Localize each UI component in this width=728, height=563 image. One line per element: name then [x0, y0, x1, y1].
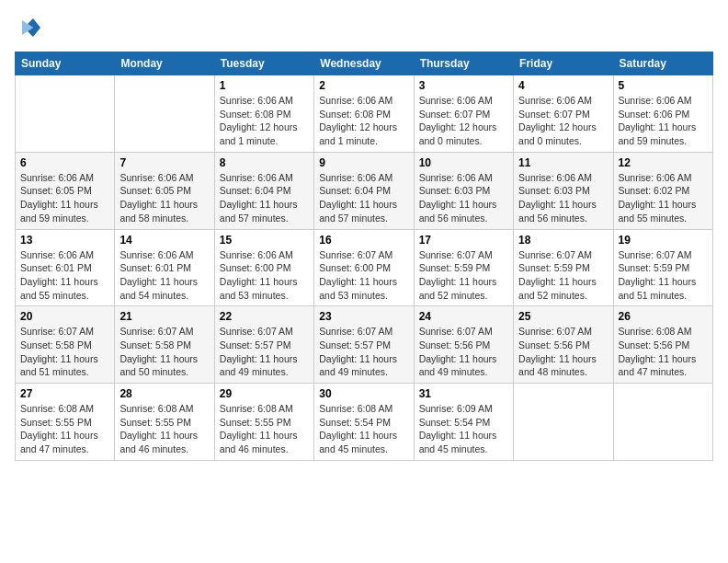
calendar-week-5: 27Sunrise: 6:08 AM Sunset: 5:55 PM Dayli… [16, 384, 713, 461]
calendar-cell: 13Sunrise: 6:06 AM Sunset: 6:01 PM Dayli… [16, 229, 115, 306]
day-info: Sunrise: 6:06 AM Sunset: 6:07 PM Dayligh… [518, 94, 608, 148]
day-info: Sunrise: 6:07 AM Sunset: 5:59 PM Dayligh… [619, 248, 708, 303]
day-info: Sunrise: 6:06 AM Sunset: 6:06 PM Dayligh… [619, 94, 708, 148]
day-info: Sunrise: 6:07 AM Sunset: 5:59 PM Dayligh… [518, 248, 608, 303]
calendar-cell: 5Sunrise: 6:06 AM Sunset: 6:06 PM Daylig… [613, 75, 712, 153]
day-number: 20 [20, 310, 109, 323]
day-info: Sunrise: 6:07 AM Sunset: 5:58 PM Dayligh… [119, 325, 209, 379]
calendar-cell: 14Sunrise: 6:06 AM Sunset: 6:01 PM Dayli… [115, 229, 214, 306]
calendar-cell: 23Sunrise: 6:07 AM Sunset: 5:57 PM Dayli… [314, 306, 414, 384]
day-info: Sunrise: 6:08 AM Sunset: 5:56 PM Dayligh… [619, 325, 708, 379]
day-info: Sunrise: 6:07 AM Sunset: 6:00 PM Dayligh… [319, 248, 408, 303]
day-number: 17 [419, 234, 508, 247]
day-number: 10 [419, 156, 508, 169]
calendar-header-sunday: Sunday [16, 52, 115, 75]
day-number: 19 [619, 234, 708, 247]
day-info: Sunrise: 6:07 AM Sunset: 5:59 PM Dayligh… [419, 248, 508, 303]
calendar-table: SundayMondayTuesdayWednesdayThursdayFrid… [15, 52, 713, 461]
calendar-week-3: 13Sunrise: 6:06 AM Sunset: 6:01 PM Dayli… [16, 229, 713, 306]
calendar-cell [115, 75, 214, 153]
calendar-header-monday: Monday [115, 52, 214, 75]
day-number: 29 [220, 387, 309, 400]
calendar-cell: 28Sunrise: 6:08 AM Sunset: 5:55 PM Dayli… [115, 384, 214, 461]
day-number: 26 [619, 310, 708, 323]
calendar-cell: 27Sunrise: 6:08 AM Sunset: 5:55 PM Dayli… [16, 384, 115, 461]
day-info: Sunrise: 6:06 AM Sunset: 6:05 PM Dayligh… [119, 171, 209, 225]
calendar-cell: 17Sunrise: 6:07 AM Sunset: 5:59 PM Dayli… [414, 229, 513, 306]
calendar-cell: 4Sunrise: 6:06 AM Sunset: 6:07 PM Daylig… [514, 75, 613, 153]
calendar-header-thursday: Thursday [414, 52, 513, 75]
logo [15, 15, 44, 40]
calendar-cell: 20Sunrise: 6:07 AM Sunset: 5:58 PM Dayli… [16, 306, 115, 384]
calendar-cell: 3Sunrise: 6:06 AM Sunset: 6:07 PM Daylig… [414, 75, 513, 153]
day-number: 3 [419, 79, 508, 92]
day-number: 14 [119, 234, 209, 247]
day-number: 13 [20, 234, 109, 247]
day-info: Sunrise: 6:08 AM Sunset: 5:54 PM Dayligh… [319, 402, 408, 456]
calendar-cell: 30Sunrise: 6:08 AM Sunset: 5:54 PM Dayli… [314, 384, 414, 461]
day-number: 25 [518, 310, 608, 323]
day-info: Sunrise: 6:06 AM Sunset: 6:03 PM Dayligh… [518, 171, 608, 225]
calendar-cell: 26Sunrise: 6:08 AM Sunset: 5:56 PM Dayli… [613, 306, 712, 384]
day-number: 5 [619, 79, 708, 92]
day-info: Sunrise: 6:06 AM Sunset: 6:00 PM Dayligh… [220, 248, 309, 303]
calendar-cell: 15Sunrise: 6:06 AM Sunset: 6:00 PM Dayli… [214, 229, 313, 306]
calendar-cell: 8Sunrise: 6:06 AM Sunset: 6:04 PM Daylig… [214, 152, 313, 229]
day-info: Sunrise: 6:07 AM Sunset: 5:57 PM Dayligh… [319, 325, 408, 379]
day-info: Sunrise: 6:08 AM Sunset: 5:55 PM Dayligh… [119, 402, 209, 456]
page-header [15, 15, 713, 40]
day-info: Sunrise: 6:06 AM Sunset: 6:01 PM Dayligh… [119, 248, 209, 303]
day-info: Sunrise: 6:06 AM Sunset: 6:08 PM Dayligh… [319, 94, 408, 148]
calendar-cell: 29Sunrise: 6:08 AM Sunset: 5:55 PM Dayli… [214, 384, 313, 461]
calendar-week-1: 1Sunrise: 6:06 AM Sunset: 6:08 PM Daylig… [16, 75, 713, 153]
day-number: 31 [419, 387, 508, 400]
day-info: Sunrise: 6:06 AM Sunset: 6:07 PM Dayligh… [419, 94, 508, 148]
calendar-cell: 9Sunrise: 6:06 AM Sunset: 6:04 PM Daylig… [314, 152, 414, 229]
day-number: 18 [518, 234, 608, 247]
calendar-cell: 2Sunrise: 6:06 AM Sunset: 6:08 PM Daylig… [314, 75, 414, 153]
day-number: 24 [419, 310, 508, 323]
day-number: 2 [319, 79, 408, 92]
day-info: Sunrise: 6:06 AM Sunset: 6:03 PM Dayligh… [419, 171, 508, 225]
calendar-cell: 12Sunrise: 6:06 AM Sunset: 6:02 PM Dayli… [613, 152, 712, 229]
day-number: 7 [119, 156, 209, 169]
day-number: 23 [319, 310, 408, 323]
calendar-week-4: 20Sunrise: 6:07 AM Sunset: 5:58 PM Dayli… [16, 306, 713, 384]
calendar-cell: 6Sunrise: 6:06 AM Sunset: 6:05 PM Daylig… [16, 152, 115, 229]
calendar-cell [16, 75, 115, 153]
calendar-week-2: 6Sunrise: 6:06 AM Sunset: 6:05 PM Daylig… [16, 152, 713, 229]
day-info: Sunrise: 6:06 AM Sunset: 6:05 PM Dayligh… [20, 171, 109, 225]
day-info: Sunrise: 6:08 AM Sunset: 5:55 PM Dayligh… [220, 402, 309, 456]
day-info: Sunrise: 6:07 AM Sunset: 5:56 PM Dayligh… [518, 325, 608, 379]
calendar-cell: 24Sunrise: 6:07 AM Sunset: 5:56 PM Dayli… [414, 306, 513, 384]
day-number: 22 [220, 310, 309, 323]
logo-icon [15, 15, 40, 40]
calendar-cell: 10Sunrise: 6:06 AM Sunset: 6:03 PM Dayli… [414, 152, 513, 229]
day-number: 15 [220, 234, 309, 247]
calendar-cell: 18Sunrise: 6:07 AM Sunset: 5:59 PM Dayli… [514, 229, 613, 306]
calendar-cell: 19Sunrise: 6:07 AM Sunset: 5:59 PM Dayli… [613, 229, 712, 306]
calendar-cell [613, 384, 712, 461]
calendar-header-tuesday: Tuesday [214, 52, 313, 75]
day-number: 27 [20, 387, 109, 400]
day-info: Sunrise: 6:06 AM Sunset: 6:02 PM Dayligh… [619, 171, 708, 225]
day-info: Sunrise: 6:07 AM Sunset: 5:58 PM Dayligh… [20, 325, 109, 379]
calendar-cell: 7Sunrise: 6:06 AM Sunset: 6:05 PM Daylig… [115, 152, 214, 229]
day-info: Sunrise: 6:09 AM Sunset: 5:54 PM Dayligh… [419, 402, 508, 456]
calendar-cell: 31Sunrise: 6:09 AM Sunset: 5:54 PM Dayli… [414, 384, 513, 461]
calendar-header-row: SundayMondayTuesdayWednesdayThursdayFrid… [16, 52, 713, 75]
calendar-cell: 16Sunrise: 6:07 AM Sunset: 6:00 PM Dayli… [314, 229, 414, 306]
calendar-header-friday: Friday [514, 52, 613, 75]
day-info: Sunrise: 6:07 AM Sunset: 5:57 PM Dayligh… [220, 325, 309, 379]
day-number: 30 [319, 387, 408, 400]
day-info: Sunrise: 6:06 AM Sunset: 6:04 PM Dayligh… [220, 171, 309, 225]
day-info: Sunrise: 6:08 AM Sunset: 5:55 PM Dayligh… [20, 402, 109, 456]
day-info: Sunrise: 6:06 AM Sunset: 6:08 PM Dayligh… [220, 94, 309, 148]
day-number: 28 [119, 387, 209, 400]
day-number: 8 [220, 156, 309, 169]
day-info: Sunrise: 6:06 AM Sunset: 6:01 PM Dayligh… [20, 248, 109, 303]
day-number: 21 [119, 310, 209, 323]
day-number: 1 [220, 79, 309, 92]
day-info: Sunrise: 6:07 AM Sunset: 5:56 PM Dayligh… [419, 325, 508, 379]
calendar-cell: 1Sunrise: 6:06 AM Sunset: 6:08 PM Daylig… [214, 75, 313, 153]
